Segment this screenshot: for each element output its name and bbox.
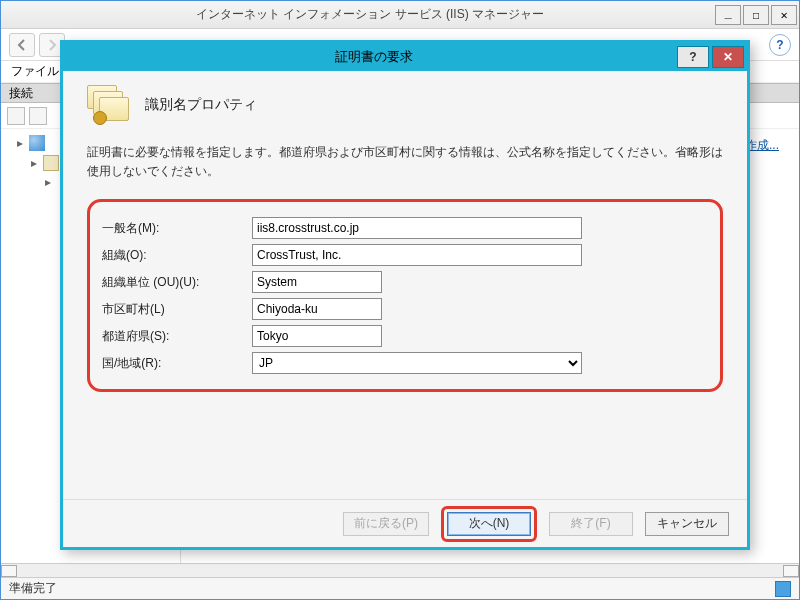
dialog-heading: 識別名プロパティ [145, 96, 257, 114]
server-icon [43, 155, 59, 171]
certificate-icon [87, 85, 131, 125]
scroll-right-arrow[interactable] [783, 565, 799, 577]
maximize-button[interactable] [743, 5, 769, 25]
status-icon [775, 581, 791, 597]
status-text: 準備完了 [9, 580, 57, 597]
scroll-left-arrow[interactable] [1, 565, 17, 577]
label-locality: 市区町村(L) [102, 301, 252, 318]
nav-back-button[interactable] [9, 33, 35, 57]
label-state: 都道府県(S): [102, 328, 252, 345]
label-org-unit: 組織単位 (OU)(U): [102, 274, 252, 291]
input-org-unit[interactable] [252, 271, 382, 293]
expand-icon[interactable]: ▸ [29, 156, 39, 170]
window-title: インターネット インフォメーション サービス (IIS) マネージャー [27, 6, 713, 23]
dialog-close-button[interactable]: ✕ [712, 46, 744, 68]
input-common-name[interactable] [252, 217, 582, 239]
input-locality[interactable] [252, 298, 382, 320]
toolstrip-item[interactable] [29, 107, 47, 125]
connections-label: 接続 [9, 85, 33, 102]
label-country: 国/地域(R): [102, 355, 252, 372]
expand-icon[interactable]: ▸ [15, 136, 25, 150]
label-organization: 組織(O): [102, 247, 252, 264]
dialog-body: 識別名プロパティ 証明書に必要な情報を指定します。都道府県および市区町村に関する… [63, 71, 747, 499]
dialog-button-row: 前に戻る(P) 次へ(N) 終了(F) キャンセル [63, 499, 747, 547]
certificate-request-dialog: 証明書の要求 ? ✕ 識別名プロパティ 証明書に必要な情報を指定します。都道府県… [60, 40, 750, 550]
status-bar: 準備完了 [1, 577, 799, 599]
label-common-name: 一般名(M): [102, 220, 252, 237]
dialog-titlebar: 証明書の要求 ? ✕ [63, 43, 747, 71]
form-highlight-box: 一般名(M): 組織(O): 組織単位 (OU)(U): 市区町村(L) 都道府… [87, 199, 723, 392]
cancel-button[interactable]: キャンセル [645, 512, 729, 536]
dialog-help-button[interactable]: ? [677, 46, 709, 68]
arrow-left-icon [15, 38, 29, 52]
input-organization[interactable] [252, 244, 582, 266]
outer-titlebar: インターネット インフォメーション サービス (IIS) マネージャー [1, 1, 799, 29]
create-action-link[interactable]: 作成... [745, 137, 779, 154]
horizontal-scrollbar[interactable] [1, 563, 799, 577]
globe-icon [29, 135, 45, 151]
dialog-header: 識別名プロパティ [87, 85, 723, 125]
finish-button[interactable]: 終了(F) [549, 512, 633, 536]
minimize-button[interactable] [715, 5, 741, 25]
back-button[interactable]: 前に戻る(P) [343, 512, 429, 536]
expand-icon[interactable]: ▸ [43, 175, 53, 189]
menu-file[interactable]: ファイル [11, 63, 59, 80]
help-button[interactable]: ? [769, 34, 791, 56]
select-country[interactable]: JP [252, 352, 582, 374]
arrow-right-icon [45, 38, 59, 52]
next-button-highlight: 次へ(N) [441, 506, 537, 542]
dialog-title: 証明書の要求 [71, 48, 677, 66]
input-state[interactable] [252, 325, 382, 347]
dialog-description: 証明書に必要な情報を指定します。都道府県および市区町村に関する情報は、公式名称を… [87, 143, 723, 181]
outer-close-button[interactable] [771, 5, 797, 25]
next-button[interactable]: 次へ(N) [447, 512, 531, 536]
toolstrip-item[interactable] [7, 107, 25, 125]
